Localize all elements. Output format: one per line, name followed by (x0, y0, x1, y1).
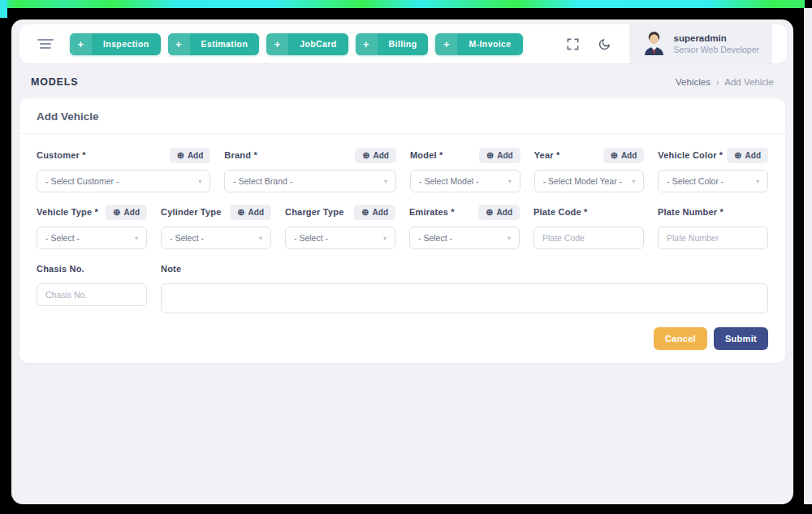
add-vehicle-card: Add Vehicle Customer *⊕Add- Select Custo… (19, 98, 785, 363)
circled-plus-icon: ⊕ (362, 151, 369, 160)
nav-button-jobcard[interactable]: +JobCard (266, 33, 348, 55)
nav-button-billing[interactable]: +Billing (356, 33, 429, 55)
circled-plus-icon: ⊕ (734, 151, 741, 160)
caret-down-icon: ▾ (508, 178, 512, 185)
nav-button-inspection[interactable]: +Inspection (70, 33, 161, 55)
selected-value: - Select - (170, 233, 204, 243)
user-menu[interactable]: superadmin Senior Web Developer (629, 24, 772, 63)
form-row: Vehicle Type *⊕Add- Select -▾Cylinder Ty… (37, 203, 768, 249)
app-window: +Inspection+Estimation+JobCard+Billing+M… (0, 0, 812, 514)
charger-type-select[interactable]: - Select -▾ (285, 227, 395, 249)
add-customer-button[interactable]: ⊕Add (170, 148, 211, 163)
field-chasis-no: Chasis No. (37, 260, 147, 317)
selected-value: - Select - (45, 233, 80, 243)
field-label-brand: Brand * (224, 150, 257, 160)
nav-button-estimation[interactable]: +Estimation (168, 33, 260, 55)
add-year-button[interactable]: ⊕Add (603, 148, 645, 163)
year-select[interactable]: - Select Model Year -▾ (534, 170, 645, 192)
selected-value: - Select Model Year - (543, 176, 622, 186)
caret-down-icon: ▾ (259, 235, 262, 242)
nav-button-m-invoice[interactable]: +M-Invoice (435, 33, 522, 55)
form-row: Customer *⊕Add- Select Customer -▾Brand … (37, 146, 768, 192)
form-actions: CancelSubmit (37, 327, 768, 350)
quick-create-buttons: +Inspection+Estimation+JobCard+Billing+M… (70, 33, 523, 55)
circled-plus-icon: ⊕ (113, 208, 120, 217)
video-glitch-strip (0, 0, 805, 8)
page-header: MODELS Vehicles › Add Vehicle (11, 63, 793, 98)
breadcrumb-current: Add Vehicle (724, 77, 774, 87)
field-label-emirates: Emirates * (409, 207, 455, 217)
customer-select[interactable]: - Select Customer -▾ (37, 170, 210, 192)
add-vehicle-color-button[interactable]: ⊕Add (727, 148, 768, 163)
caret-down-icon: ▾ (135, 235, 138, 242)
breadcrumb-parent[interactable]: Vehicles (676, 77, 710, 87)
selected-value: - Select Customer - (45, 176, 119, 186)
note-textarea[interactable] (161, 283, 768, 313)
plus-icon: + (168, 33, 190, 55)
user-name: superadmin (674, 33, 759, 43)
chasis-no-input[interactable] (37, 283, 147, 306)
field-vehicle-type: Vehicle Type *⊕Add- Select -▾ (37, 203, 147, 249)
form-row: Chasis No.Note (37, 260, 768, 317)
field-label-charger-type: Charger Type (285, 207, 344, 217)
field-label-note: Note (161, 264, 181, 274)
avatar (642, 30, 666, 58)
moon-icon[interactable] (598, 37, 611, 51)
breadcrumb-separator-icon: › (716, 78, 719, 87)
field-label-cylinder-type: Cylinder Type (161, 207, 222, 217)
field-year: Year *⊕Add- Select Model Year -▾ (534, 146, 645, 192)
add-model-button[interactable]: ⊕Add (479, 148, 520, 163)
field-label-chasis-no: Chasis No. (37, 264, 84, 274)
add-emirates-button[interactable]: ⊕Add (478, 205, 520, 220)
circled-plus-icon: ⊕ (177, 151, 184, 160)
field-vehicle-color: Vehicle Color *⊕Add- Select Color -▾ (658, 146, 768, 192)
fullscreen-icon[interactable] (566, 37, 580, 51)
plate-number-input[interactable] (658, 227, 768, 249)
plus-icon: + (70, 33, 92, 55)
cancel-button[interactable]: Cancel (654, 327, 707, 350)
selected-value: - Select - (294, 233, 328, 243)
top-navbar: +Inspection+Estimation+JobCard+Billing+M… (19, 24, 787, 63)
circled-plus-icon: ⊕ (486, 151, 494, 160)
card-title: Add Vehicle (19, 98, 785, 134)
plus-icon: + (435, 33, 457, 55)
caret-down-icon: ▾ (198, 178, 201, 185)
field-label-vehicle-type: Vehicle Type * (37, 207, 98, 217)
app-screen: +Inspection+Estimation+JobCard+Billing+M… (11, 19, 793, 504)
add-vehicle-form: Customer *⊕Add- Select Customer -▾Brand … (19, 134, 785, 363)
vehicle-type-select[interactable]: - Select -▾ (37, 227, 147, 249)
field-plate-number: Plate Number * (658, 203, 768, 249)
caret-down-icon: ▾ (632, 178, 635, 185)
breadcrumb: Vehicles › Add Vehicle (676, 77, 774, 87)
add-cylinder-type-button[interactable]: ⊕Add (230, 205, 271, 220)
caret-down-icon: ▾ (756, 178, 759, 185)
vehicle-color-select[interactable]: - Select Color -▾ (658, 170, 768, 192)
circled-plus-icon: ⊕ (237, 208, 244, 217)
hamburger-icon[interactable] (37, 39, 54, 49)
page-title: MODELS (31, 76, 78, 88)
model-select[interactable]: - Select Model -▾ (410, 170, 520, 192)
cylinder-type-select[interactable]: - Select -▾ (161, 227, 271, 249)
video-glitch-corner (0, 0, 7, 18)
nav-button-label: Inspection (92, 33, 161, 55)
add-vehicle-type-button[interactable]: ⊕Add (106, 205, 147, 220)
selected-value: - Select Brand - (233, 176, 292, 186)
emirates-select[interactable]: - Select -▾ (409, 227, 520, 249)
field-plate-code: Plate Code * (533, 203, 644, 249)
field-label-plate-number: Plate Number * (658, 207, 723, 217)
field-emirates: Emirates *⊕Add- Select -▾ (409, 203, 520, 249)
submit-button[interactable]: Submit (714, 327, 768, 350)
plus-icon: + (266, 33, 288, 55)
add-brand-button[interactable]: ⊕Add (355, 148, 396, 163)
add-charger-type-button[interactable]: ⊕Add (354, 205, 395, 220)
frame-edge-artifact (804, 8, 812, 504)
circled-plus-icon: ⊕ (361, 208, 369, 217)
circled-plus-icon: ⊕ (611, 151, 618, 160)
nav-button-label: JobCard (288, 33, 348, 55)
field-charger-type: Charger Type⊕Add- Select -▾ (285, 203, 395, 249)
field-label-model: Model * (410, 150, 443, 160)
brand-select[interactable]: - Select Brand -▾ (224, 170, 396, 192)
field-label-customer: Customer * (37, 150, 86, 160)
nav-button-label: Estimation (190, 33, 260, 55)
plate-code-input[interactable] (533, 227, 644, 249)
